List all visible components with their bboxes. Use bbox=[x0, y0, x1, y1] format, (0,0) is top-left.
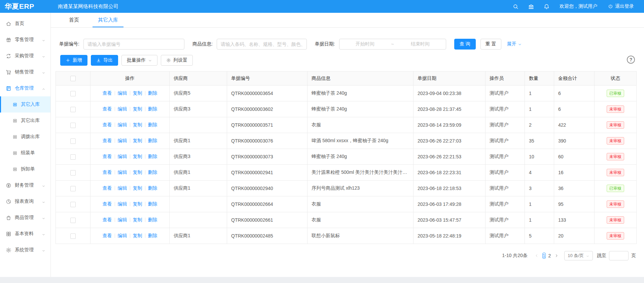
cell-status: 未审核 bbox=[595, 117, 637, 133]
row-action-view[interactable]: 查看 bbox=[103, 201, 112, 207]
cell-supplier: 供应商5 bbox=[170, 86, 227, 101]
row-action-copy[interactable]: 复制 bbox=[133, 122, 142, 127]
cell-select bbox=[56, 196, 91, 212]
row-action-view[interactable]: 查看 bbox=[103, 185, 112, 191]
row-action-edit[interactable]: 编辑 bbox=[118, 90, 127, 96]
reset-button[interactable]: 重 置 bbox=[480, 39, 501, 50]
row-action-edit[interactable]: 编辑 bbox=[118, 138, 127, 143]
sidebar-item-transfer-outbound[interactable]: 调拨出库 bbox=[0, 129, 50, 145]
row-action-copy[interactable]: 复制 bbox=[133, 169, 142, 175]
action-divider bbox=[145, 170, 145, 175]
row-checkbox[interactable] bbox=[70, 154, 76, 160]
row-action-copy[interactable]: 复制 bbox=[133, 217, 142, 222]
row-action-copy[interactable]: 复制 bbox=[133, 138, 142, 143]
prev-page-button[interactable] bbox=[532, 251, 541, 260]
row-action-edit[interactable]: 编辑 bbox=[118, 201, 127, 207]
row-action-delete[interactable]: 删除 bbox=[148, 233, 157, 238]
row-action-edit[interactable]: 编辑 bbox=[118, 122, 127, 127]
row-action-edit[interactable]: 编辑 bbox=[118, 233, 127, 238]
row-action-view[interactable]: 查看 bbox=[103, 154, 112, 159]
row-action-view[interactable]: 查看 bbox=[103, 169, 112, 175]
sidebar-item-purchase-management[interactable]: 采购管理 bbox=[0, 48, 50, 64]
tab-home[interactable]: 首页 bbox=[67, 13, 81, 27]
platform-icon[interactable] bbox=[528, 4, 534, 9]
sidebar-item-system-management[interactable]: 系统管理 bbox=[0, 242, 50, 258]
sidebar-item-disassembly-order[interactable]: 拆卸单 bbox=[0, 161, 50, 177]
sidebar-item-label: 系统管理 bbox=[15, 247, 34, 253]
row-checkbox[interactable] bbox=[70, 138, 76, 144]
sidebar-item-report-query[interactable]: 报表查询 bbox=[0, 193, 50, 210]
row-action-copy[interactable]: 复制 bbox=[133, 90, 142, 96]
material-input[interactable] bbox=[217, 39, 307, 50]
row-action-delete[interactable]: 删除 bbox=[148, 106, 157, 112]
cell-qty: 3 bbox=[525, 181, 554, 196]
row-checkbox[interactable] bbox=[70, 202, 76, 207]
row-action-delete[interactable]: 删除 bbox=[148, 201, 157, 207]
row-checkbox[interactable] bbox=[70, 186, 76, 191]
row-checkbox[interactable] bbox=[70, 233, 76, 239]
page-size-select[interactable]: 10 条/页 bbox=[564, 251, 593, 260]
row-action-edit[interactable]: 编辑 bbox=[118, 106, 127, 112]
row-action-view[interactable]: 查看 bbox=[103, 217, 112, 222]
row-action-edit[interactable]: 编辑 bbox=[118, 217, 127, 222]
cell-operator: 测试用户 bbox=[486, 133, 525, 149]
row-action-edit[interactable]: 编辑 bbox=[118, 169, 127, 175]
row-action-edit[interactable]: 编辑 bbox=[118, 154, 127, 159]
date-range-picker[interactable]: 开始时间 ~ 结束时间 bbox=[339, 39, 446, 50]
row-action-view[interactable]: 查看 bbox=[103, 233, 112, 238]
add-button[interactable]: 新增 bbox=[60, 55, 87, 66]
sidebar-item-finance-management[interactable]: 财务管理 bbox=[0, 177, 50, 193]
batch-actions-button[interactable]: 批量操作 bbox=[121, 55, 157, 66]
page-button-2[interactable]: 2 bbox=[548, 253, 551, 258]
row-action-delete[interactable]: 删除 bbox=[148, 154, 157, 159]
sidebar-item-warehouse-management[interactable]: 仓库管理 bbox=[0, 80, 50, 96]
notification-bell-icon[interactable] bbox=[544, 4, 549, 9]
export-button[interactable]: 导出 bbox=[91, 55, 118, 66]
sidebar-item-basic-data[interactable]: 基本资料 bbox=[0, 226, 50, 242]
cell-bill-no: QTRK00000002661 bbox=[227, 212, 308, 228]
sidebar-item-other-inbound[interactable]: 其它入库 bbox=[0, 96, 50, 113]
help-button[interactable] bbox=[627, 56, 635, 64]
row-checkbox[interactable] bbox=[70, 107, 76, 112]
jump-to-page-input[interactable] bbox=[609, 251, 629, 260]
sidebar-item-assembly-order[interactable]: 组装单 bbox=[0, 145, 50, 161]
row-checkbox[interactable] bbox=[70, 123, 76, 128]
row-checkbox[interactable] bbox=[70, 91, 76, 96]
row-action-copy[interactable]: 复制 bbox=[133, 106, 142, 112]
row-action-view[interactable]: 查看 bbox=[103, 106, 112, 112]
bill-no-input[interactable] bbox=[83, 39, 184, 50]
app-logo: 华夏ERP bbox=[0, 2, 51, 11]
next-page-button[interactable] bbox=[552, 251, 561, 260]
row-action-delete[interactable]: 删除 bbox=[148, 169, 157, 175]
row-action-view[interactable]: 查看 bbox=[103, 138, 112, 143]
row-action-delete[interactable]: 删除 bbox=[148, 185, 157, 191]
row-action-copy[interactable]: 复制 bbox=[133, 185, 142, 191]
page-button-1[interactable]: 1 bbox=[542, 253, 546, 259]
row-action-copy[interactable]: 复制 bbox=[133, 233, 142, 238]
tab-other-inbound[interactable]: 其它入库 bbox=[96, 13, 120, 27]
search-button[interactable]: 查 询 bbox=[454, 39, 476, 50]
row-action-delete[interactable]: 删除 bbox=[148, 90, 157, 96]
home-icon bbox=[6, 21, 11, 27]
row-action-copy[interactable]: 复制 bbox=[133, 154, 142, 159]
row-checkbox[interactable] bbox=[70, 170, 76, 176]
sidebar-item-retail-management[interactable]: 零售管理 bbox=[0, 32, 50, 48]
expand-link[interactable]: 展开 bbox=[507, 41, 522, 47]
sidebar-item-home[interactable]: 首页 bbox=[0, 15, 50, 32]
row-checkbox[interactable] bbox=[70, 218, 76, 223]
select-all-checkbox[interactable] bbox=[70, 76, 76, 81]
row-action-view[interactable]: 查看 bbox=[103, 90, 112, 96]
logout-button[interactable]: 退出登录 bbox=[608, 3, 634, 9]
row-action-copy[interactable]: 复制 bbox=[133, 201, 142, 207]
row-action-view[interactable]: 查看 bbox=[103, 122, 112, 127]
sidebar-item-other-outbound[interactable]: 其它出库 bbox=[0, 113, 50, 129]
row-action-delete[interactable]: 删除 bbox=[148, 122, 157, 127]
sidebar-item-sales-management[interactable]: 销售管理 bbox=[0, 64, 50, 80]
search-icon[interactable] bbox=[513, 4, 518, 9]
row-action-delete[interactable]: 删除 bbox=[148, 217, 157, 222]
row-action-delete[interactable]: 删除 bbox=[148, 138, 157, 143]
download-icon bbox=[96, 58, 101, 63]
row-action-edit[interactable]: 编辑 bbox=[118, 185, 127, 191]
sidebar-item-goods-management[interactable]: 商品管理 bbox=[0, 210, 50, 226]
column-settings-button[interactable]: 列设置 bbox=[161, 55, 193, 66]
